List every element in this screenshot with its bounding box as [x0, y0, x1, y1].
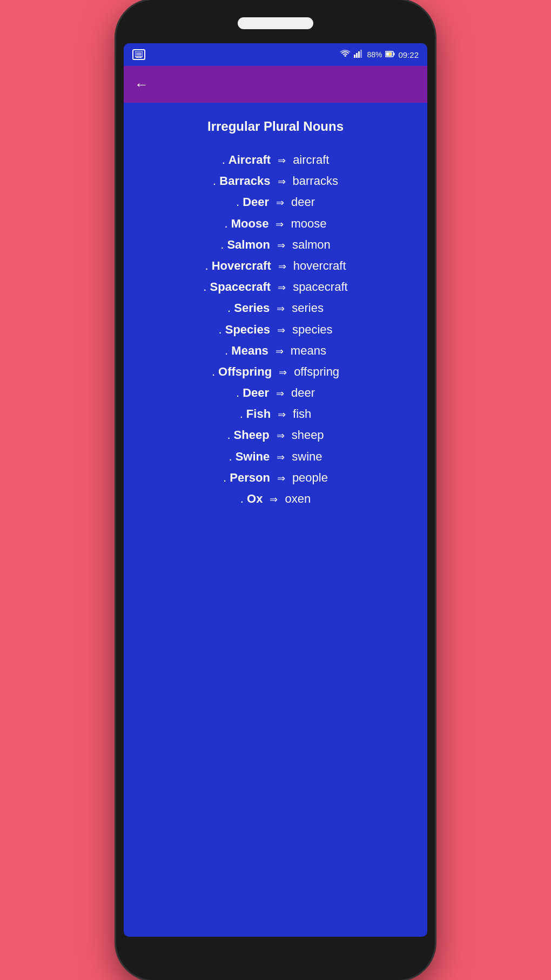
- list-item: . Barracks ⇒ barracks: [213, 171, 338, 190]
- content-area: Irregular Plural Nouns . Aircraft ⇒ airc…: [124, 103, 427, 937]
- noun-dot: .: [227, 301, 234, 315]
- noun-singular: Deer: [243, 386, 269, 399]
- noun-plural: means: [291, 344, 326, 357]
- noun-singular: Ox: [247, 492, 263, 505]
- noun-arrow: ⇒: [276, 261, 289, 272]
- noun-singular: Aircraft: [229, 153, 271, 166]
- svg-rect-11: [394, 52, 395, 55]
- noun-arrow: ⇒: [273, 219, 286, 230]
- noun-singular: Means: [231, 344, 268, 357]
- noun-arrow: ⇒: [274, 325, 288, 336]
- list-item: . Series ⇒ series: [227, 298, 324, 317]
- noun-dot: .: [203, 280, 210, 294]
- noun-singular: Deer: [243, 195, 269, 209]
- noun-singular: Fish: [246, 407, 271, 421]
- noun-arrow: ⇒: [274, 430, 287, 441]
- status-bar-left: [132, 49, 145, 60]
- noun-dot: .: [213, 174, 219, 188]
- noun-dot: .: [227, 428, 233, 442]
- noun-dot: .: [218, 323, 225, 336]
- noun-singular: Swine: [236, 450, 270, 463]
- noun-dot: .: [222, 153, 229, 166]
- noun-arrow: ⇒: [274, 473, 288, 484]
- noun-singular: Species: [225, 323, 270, 336]
- noun-arrow: ⇒: [274, 303, 287, 314]
- page-title: Irregular Plural Nouns: [207, 119, 344, 134]
- list-item: . Swine ⇒ swine: [229, 447, 322, 466]
- status-bar-right: 88% ⚡ 09:22: [340, 49, 419, 60]
- phone-screen: 88% ⚡ 09:22 ←: [124, 43, 427, 937]
- phone-speaker: [238, 17, 313, 29]
- noun-dot: .: [225, 217, 231, 230]
- svg-rect-4: [136, 52, 142, 56]
- list-item: . Means ⇒ means: [225, 341, 326, 360]
- noun-plural: spacecraft: [293, 280, 348, 294]
- noun-arrow: ⇒: [274, 240, 288, 251]
- svg-rect-6: [354, 55, 355, 58]
- phone-frame: 88% ⚡ 09:22 ←: [116, 0, 435, 980]
- noun-singular: Moose: [231, 217, 269, 230]
- noun-plural: barracks: [293, 174, 338, 188]
- noun-arrow: ⇒: [275, 155, 288, 166]
- list-item: . Deer ⇒ deer: [236, 383, 315, 402]
- list-item: . Aircraft ⇒ aircraft: [222, 150, 330, 169]
- noun-dot: .: [236, 386, 243, 399]
- noun-dot: .: [240, 407, 246, 421]
- list-item: . Spacecraft ⇒ spacecraft: [203, 277, 347, 296]
- noun-plural: series: [292, 301, 324, 315]
- battery-icon: ⚡: [385, 50, 395, 59]
- wifi-icon: [340, 49, 351, 60]
- svg-point-5: [345, 55, 346, 57]
- noun-dot: .: [229, 450, 235, 463]
- list-item: . Sheep ⇒ sheep: [227, 425, 324, 444]
- svg-text:⚡: ⚡: [387, 51, 393, 57]
- noun-plural: deer: [291, 195, 315, 209]
- noun-singular: Salmon: [227, 238, 270, 251]
- noun-dot: .: [225, 344, 231, 357]
- noun-singular: Series: [234, 301, 270, 315]
- noun-list: . Aircraft ⇒ aircraft. Barracks ⇒ barrac…: [135, 150, 416, 508]
- list-item: . Offspring ⇒ offspring: [212, 362, 339, 381]
- noun-plural: hovercraft: [293, 259, 346, 272]
- phone-container: 88% ⚡ 09:22 ←: [116, 0, 435, 980]
- noun-arrow: ⇒: [267, 494, 280, 505]
- noun-arrow: ⇒: [273, 388, 287, 399]
- noun-arrow: ⇒: [273, 197, 287, 208]
- noun-plural: offspring: [294, 365, 339, 378]
- list-item: . Fish ⇒ fish: [240, 404, 312, 423]
- signal-icon: [354, 49, 364, 60]
- noun-singular: Offspring: [218, 365, 272, 378]
- notification-icon: [132, 49, 145, 60]
- noun-plural: species: [292, 323, 333, 336]
- noun-dot: .: [223, 471, 230, 484]
- noun-plural: sheep: [292, 428, 324, 442]
- toolbar: ←: [124, 66, 427, 103]
- noun-plural: aircraft: [293, 153, 329, 166]
- noun-singular: Hovercraft: [212, 259, 271, 272]
- noun-arrow: ⇒: [275, 176, 288, 187]
- list-item: . Hovercraft ⇒ hovercraft: [205, 256, 346, 275]
- noun-plural: swine: [292, 450, 322, 463]
- noun-plural: moose: [291, 217, 326, 230]
- svg-rect-9: [360, 50, 362, 58]
- noun-arrow: ⇒: [274, 452, 287, 463]
- noun-plural: fish: [293, 407, 311, 421]
- list-item: . Person ⇒ people: [223, 468, 328, 487]
- list-item: . Deer ⇒ deer: [236, 192, 315, 211]
- back-button[interactable]: ←: [135, 76, 149, 93]
- noun-arrow: ⇒: [275, 409, 288, 420]
- noun-singular: Barracks: [219, 174, 270, 188]
- noun-arrow: ⇒: [275, 282, 288, 293]
- noun-arrow: ⇒: [276, 367, 290, 378]
- noun-dot: .: [205, 259, 211, 272]
- noun-singular: Sheep: [234, 428, 270, 442]
- noun-dot: .: [236, 195, 243, 209]
- status-bar: 88% ⚡ 09:22: [124, 43, 427, 66]
- svg-rect-8: [358, 51, 360, 58]
- noun-dot: .: [212, 365, 218, 378]
- list-item: . Species ⇒ species: [218, 320, 332, 339]
- noun-plural: deer: [291, 386, 315, 399]
- noun-arrow: ⇒: [273, 346, 286, 357]
- noun-singular: Person: [230, 471, 270, 484]
- list-item: . Salmon ⇒ salmon: [220, 235, 331, 254]
